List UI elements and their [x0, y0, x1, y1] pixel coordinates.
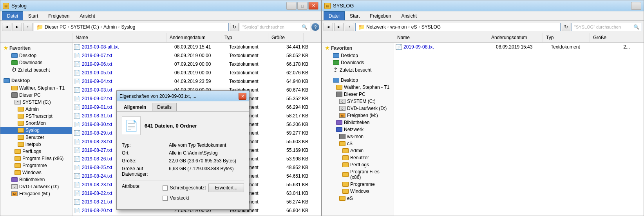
right-sidebar-desktop[interactable]: Desktop	[322, 52, 394, 59]
right-tree-cs-programme-label: Programme	[350, 182, 375, 187]
left-file-row-1[interactable]: 📄 2019-09-07.txt 08.09.2019 00:00 Textdo…	[72, 51, 321, 60]
right-col-size[interactable]: Größe	[590, 33, 625, 42]
left-sidebar-recent[interactable]: ⏱ Zuletzt besucht	[0, 66, 72, 74]
left-tree-walther[interactable]: Walther, Stephan - T1	[0, 85, 72, 92]
left-file-row-2[interactable]: 📄 2019-09-06.txt 07.09.2019 00:00 Textdo…	[72, 60, 321, 68]
left-back-btn[interactable]: ◄	[2, 23, 11, 31]
left-col-name[interactable]: Name	[72, 33, 166, 42]
right-tree-cs-benutzer[interactable]: Benutzer	[322, 154, 394, 161]
left-search-box[interactable]: "Syslog" durchsuchen 🔍	[240, 23, 310, 31]
left-tree-dieser-pc[interactable]: Dieser PC	[0, 92, 72, 99]
left-col-sidebar-spacer	[0, 33, 72, 42]
left-file-row-4[interactable]: 📄 2019-09-04.txt 04.09.2019 23:59 Textdo…	[72, 77, 321, 86]
left-inetpub-icon	[18, 142, 24, 147]
left-file-name-3: 2019-09-05.txt	[82, 70, 174, 76]
left-file-row-0[interactable]: 📄 2019-09-08-alt.txt 08.09.2019 15:41 Te…	[72, 43, 321, 51]
left-file-icon-8: 📄	[74, 113, 80, 119]
left-file-row-20[interactable]: 📄 2019-08-19.txt 20.08.2019 00:00 Textdo…	[72, 215, 321, 216]
right-search-icon: 🔍	[633, 24, 639, 30]
left-tree-program-files-x86[interactable]: Program Files (x86)	[0, 155, 72, 162]
left-forward-btn[interactable]: ►	[13, 23, 22, 31]
left-tree-programme[interactable]: Programme	[0, 162, 72, 169]
dialog-tab-allgemein[interactable]: Allgemein	[119, 103, 151, 111]
right-tree-bibliotheken[interactable]: Bibliotheken	[322, 119, 394, 126]
right-back-btn[interactable]: ◄	[324, 23, 333, 31]
left-file-size-3: 62.076 KB	[276, 70, 311, 76]
left-refresh-btn[interactable]: ↻	[230, 23, 239, 31]
dialog-schreibgeschuetzt-checkbox[interactable]	[163, 185, 168, 191]
left-tab-ansicht[interactable]: Ansicht	[74, 11, 100, 20]
right-tree-dvd[interactable]: D DVD-Laufwerk (D:)	[322, 105, 394, 112]
left-help-btn[interactable]: ?	[311, 23, 319, 31]
left-title-bar: ▤ Syslog ─ □ ✕	[0, 0, 321, 11]
right-tree-system-c[interactable]: C SYSTEM (C:)	[322, 98, 394, 105]
dialog-close-btn[interactable]: ✕	[239, 93, 246, 100]
left-desktop-tree-header[interactable]: Desktop	[0, 77, 72, 85]
right-sidebar-downloads[interactable]: Downloads	[322, 59, 394, 66]
right-col-type[interactable]: Typ	[543, 33, 590, 42]
left-up-btn[interactable]: ↑	[23, 23, 33, 31]
right-up-btn[interactable]: ↑	[345, 23, 354, 31]
right-tree-es[interactable]: eS	[322, 195, 394, 202]
left-tree-admin[interactable]: Admin	[0, 106, 72, 113]
dialog-erweitert-btn[interactable]: Erweitert...	[208, 184, 244, 192]
left-tree-windows[interactable]: Windows	[0, 169, 72, 176]
left-address-path[interactable]: 📁 Dieser PC › SYSTEM (C:) › Admin › Sysl…	[34, 23, 229, 31]
left-col-type[interactable]: Typ	[221, 33, 268, 42]
right-tab-freigeben[interactable]: Freigeben	[365, 11, 396, 20]
left-tree-pstranscript[interactable]: PSTranscript	[0, 113, 72, 120]
dialog-tab-details[interactable]: Details	[152, 103, 177, 111]
right-tree-freigaben[interactable]: M Freigaben (M:)	[322, 112, 394, 119]
left-tree-inetpub[interactable]: inetpub	[0, 141, 72, 148]
left-tree-syslog[interactable]: Syslog	[0, 127, 72, 134]
right-col-date[interactable]: Änderungsdatum	[488, 33, 543, 42]
right-tree-cs-admin[interactable]: Admin	[322, 147, 394, 154]
right-address-path[interactable]: 📁 Netzwerk › ws-mon › eS › SYSLOG	[355, 23, 561, 31]
dialog-ort-row: Ort: Alle in C:\Admin\Syslog	[122, 150, 244, 156]
dialog-versteckt-checkbox[interactable]	[163, 196, 168, 201]
right-cs-admin-icon	[342, 148, 349, 153]
left-file-row-3[interactable]: 📄 2019-09-05.txt 06.09.2019 00:00 Textdo…	[72, 68, 321, 77]
left-tab-freigeben[interactable]: Freigeben	[43, 11, 74, 20]
right-forward-btn[interactable]: ►	[334, 23, 344, 31]
right-tree-ws-mon[interactable]: ws-mon	[322, 133, 394, 140]
left-tree-benutzer[interactable]: Benutzer	[0, 134, 72, 141]
left-close-btn[interactable]: ✕	[308, 2, 318, 10]
right-tab-start[interactable]: Start	[345, 11, 365, 20]
dialog-groesse-value: 22,0 GB (23.670.695.353 Bytes)	[169, 158, 244, 164]
right-tree-netzwerk[interactable]: Netzwerk	[322, 126, 394, 133]
right-tree-cs-program-files[interactable]: Program Files (x86)	[322, 168, 394, 181]
right-tree-cs[interactable]: cS	[322, 140, 394, 147]
left-sidebar-downloads[interactable]: Downloads	[0, 59, 72, 66]
left-col-size[interactable]: Größe	[268, 33, 304, 42]
left-tree-snortmon[interactable]: SnortMon	[0, 120, 72, 127]
right-tree-dieser-pc[interactable]: Dieser PC	[322, 91, 394, 98]
right-sidebar-recent[interactable]: ⏱ Zuletzt besucht	[322, 66, 394, 74]
right-tab-ansicht[interactable]: Ansicht	[396, 11, 421, 20]
left-tree-perflogs[interactable]: PerfLogs	[0, 148, 72, 155]
left-sidebar-desktop[interactable]: Desktop	[0, 52, 72, 59]
right-file-row-0[interactable]: 📄 2019-09-08.txt 08.09.2019 15:43 Textdo…	[394, 43, 644, 51]
left-tab-datei[interactable]: Datei	[2, 11, 23, 20]
right-col-name[interactable]: Name	[394, 33, 488, 42]
left-favorites-header[interactable]: ★ Favoriten	[0, 44, 72, 52]
right-search-box[interactable]: "SYSLOG" durchsuchen 🔍	[572, 23, 642, 31]
right-tab-datei[interactable]: Datei	[324, 11, 345, 20]
right-minimize-btn[interactable]: ─	[631, 2, 641, 10]
right-tree-cs-programme[interactable]: Programme	[322, 181, 394, 188]
right-tree-desktop[interactable]: Desktop	[322, 77, 394, 84]
left-tree-bibliotheken[interactable]: Bibliotheken	[0, 176, 72, 183]
left-tab-start[interactable]: Start	[23, 11, 43, 20]
right-tree-cs-perflogs[interactable]: PerfLogs	[322, 161, 394, 168]
left-tree-freigaben[interactable]: M Freigaben (M:)	[0, 190, 72, 197]
left-tree-dvd[interactable]: D DVD-Laufwerk (D:)	[0, 183, 72, 190]
left-maximize-btn[interactable]: □	[297, 2, 308, 10]
left-col-date[interactable]: Änderungsdatum	[166, 33, 221, 42]
right-tree-cs-windows[interactable]: Windows	[322, 188, 394, 195]
left-minimize-btn[interactable]: ─	[286, 2, 297, 10]
right-favorites-header[interactable]: ★ Favoriten	[322, 44, 394, 52]
right-tree-walther[interactable]: Walther, Stephan - T1	[322, 84, 394, 91]
dialog-groesse-label: Größe:	[122, 158, 169, 164]
left-tree-system-c[interactable]: C SYSTEM (C:)	[0, 99, 72, 106]
right-refresh-btn[interactable]: ↻	[562, 23, 570, 31]
